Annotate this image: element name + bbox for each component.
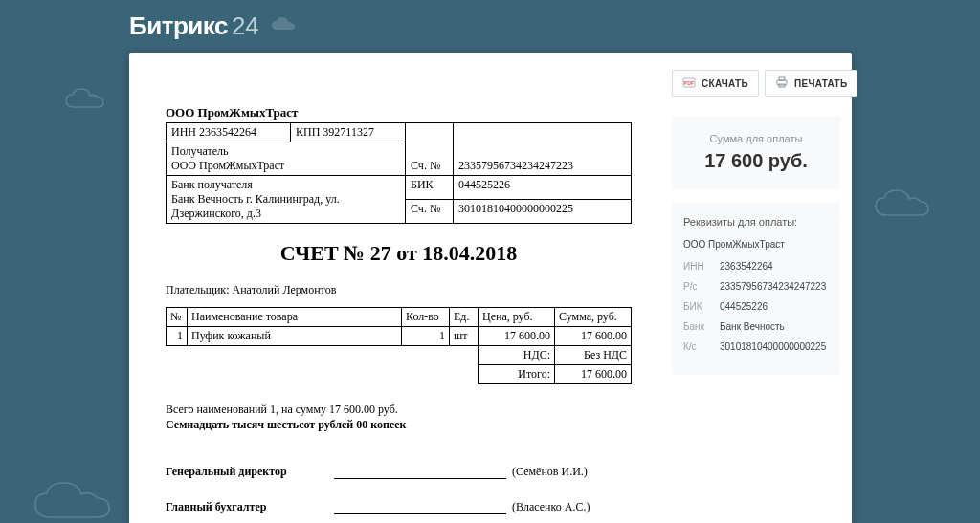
side-panel: PDF СКАЧАТЬ ПЕЧАТАТЬ Сумма для оплаты 17… xyxy=(660,53,852,523)
company-name: ООО ПромЖмыхТраст xyxy=(166,105,632,120)
requisites-table: ИНН 2363542264 КПП 392711327 Сч. № 23357… xyxy=(166,122,632,224)
signature-accountant: Главный бухгалтер (Власенко А.С.) xyxy=(166,500,632,514)
corr-value: 30101810400000000225 xyxy=(454,200,632,224)
corr-label: Сч. № xyxy=(406,200,454,224)
acc-label: Сч. № xyxy=(406,123,454,176)
acc-value: 23357956734234247223 xyxy=(454,123,632,176)
summary-block: Всего наименований 1, на сумму 17 600.00… xyxy=(166,402,632,432)
cloud-icon xyxy=(269,16,296,37)
svg-text:PDF: PDF xyxy=(684,80,695,86)
pdf-icon: PDF xyxy=(682,76,696,90)
inn-cell: ИНН 2363542264 xyxy=(167,123,291,142)
invoice-document: ООО ПромЖмыхТраст ИНН 2363542264 КПП 392… xyxy=(129,53,660,523)
logo-suffix: 24 xyxy=(232,11,259,41)
download-button[interactable]: PDF СКАЧАТЬ xyxy=(672,70,759,97)
payment-amount: 17 600 руб. xyxy=(681,150,831,172)
items-table: № Наименование товара Кол-во Ед. Цена, р… xyxy=(166,307,632,384)
kpp-cell: КПП 392711327 xyxy=(291,123,406,142)
requisites-panel: Реквизиты для оплаты: ООО ПромЖмыхТраст … xyxy=(672,203,840,375)
invoice-title: СЧЕТ № 27 от 18.04.2018 xyxy=(166,241,632,266)
recipient-cell: Получатель ООО ПромЖмыхТраст xyxy=(167,142,406,176)
payment-amount-box: Сумма для оплаты 17 600 руб. xyxy=(672,116,840,189)
bik-value: 044525226 xyxy=(454,176,632,200)
svg-rect-3 xyxy=(779,77,785,80)
printer-icon xyxy=(775,76,789,90)
bik-label: БИК xyxy=(406,176,454,200)
app-header: Битрикс 24 xyxy=(0,0,980,53)
payer-line: Плательщик: Анатолий Лермонтов xyxy=(166,283,632,297)
table-row: 1 Пуфик кожаный 1 шт 17 600.00 17 600.00 xyxy=(167,327,632,346)
bank-cell: Банк получателя Банк Вечность г. Калинин… xyxy=(167,176,406,224)
document-sheet: ООО ПромЖмыхТраст ИНН 2363542264 КПП 392… xyxy=(129,53,852,523)
logo-text: Битрикс xyxy=(129,11,228,41)
print-button[interactable]: ПЕЧАТАТЬ xyxy=(765,70,858,97)
signature-director: Генеральный директор (Семёнов И.И.) xyxy=(166,465,632,479)
